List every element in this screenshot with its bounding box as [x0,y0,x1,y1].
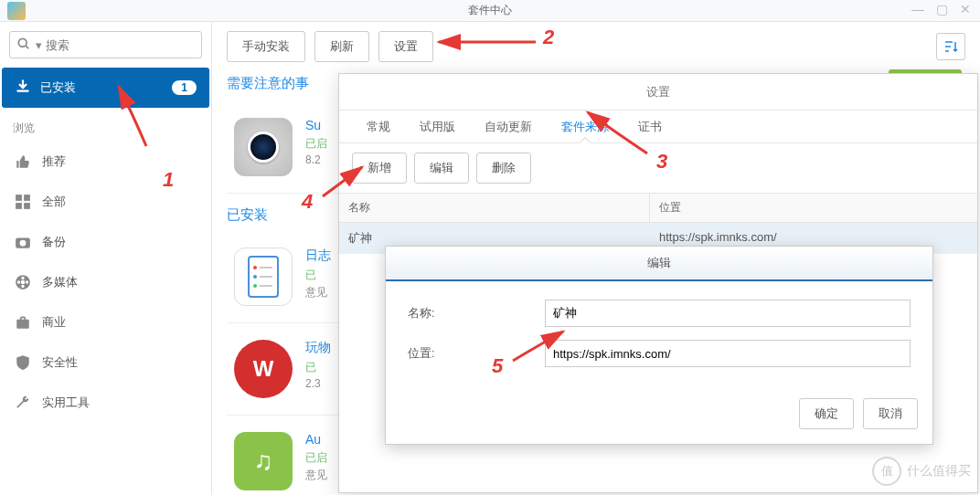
sort-button[interactable] [936,33,965,60]
sidebar-item-label: 安全性 [42,354,78,371]
sidebar-item-business[interactable]: 商业 [0,302,211,342]
settings-window: 设置 常规 试用版 自动更新 套件来源 证书 新增 编辑 删除 名称 位置 矿神… [338,73,978,493]
shield-icon [13,354,33,371]
wrench-icon [13,395,33,411]
sidebar-item-label: 商业 [42,314,66,331]
svg-rect-5 [24,203,30,209]
search-icon [17,37,30,53]
ok-button[interactable]: 确定 [799,398,854,429]
add-button[interactable]: 新增 [352,153,407,184]
sidebar-item-recommend[interactable]: 推荐 [0,142,211,182]
refresh-button[interactable]: 刷新 [314,31,369,62]
watermark-text: 什么值得买 [907,463,971,479]
installed-count-badge: 1 [172,80,197,95]
film-icon [13,274,33,290]
app-icon [7,2,26,20]
camera-icon [13,234,33,250]
sidebar-item-label: 实用工具 [42,395,90,411]
location-field-label: 位置: [408,345,545,362]
manual-install-button[interactable]: 手动安装 [227,31,305,62]
briefcase-icon [13,314,33,331]
browse-section-label: 浏览 [0,108,211,142]
svg-point-19 [253,275,257,279]
svg-point-12 [21,277,24,279]
settings-window-title: 设置 [339,74,977,111]
grid-icon [13,194,33,210]
location-field[interactable] [545,340,911,367]
table-header-name: 名称 [339,194,650,222]
search-input[interactable] [46,38,199,52]
maximize-button[interactable]: ▢ [931,0,953,18]
source-table-header: 名称 位置 [339,193,977,223]
name-field-label: 名称: [408,305,545,321]
sidebar-installed-label: 已安装 [40,79,76,96]
svg-rect-2 [16,195,22,201]
svg-point-21 [253,284,257,288]
svg-point-17 [253,266,257,269]
sidebar-item-multimedia[interactable]: 多媒体 [0,262,211,302]
settings-button[interactable]: 设置 [378,31,433,62]
sidebar-item-utility[interactable]: 实用工具 [0,383,211,423]
app-icon-log [234,248,293,306]
sidebar-item-all[interactable]: 全部 [0,182,211,222]
edit-dialog: 编辑 名称: 位置: 确定 取消 [385,246,933,445]
tab-autoupdate[interactable]: 自动更新 [470,111,547,142]
app-icon-audio: ♫ [234,432,293,490]
sidebar-item-label: 推荐 [42,153,66,170]
svg-point-9 [21,280,26,285]
edit-button[interactable]: 编辑 [414,153,469,184]
sidebar-installed[interactable]: 已安装 1 [2,68,209,108]
svg-line-1 [26,46,28,48]
tab-general[interactable]: 常规 [352,111,405,142]
svg-rect-4 [16,203,22,209]
sidebar-item-label: 多媒体 [42,274,78,290]
sidebar: ▾ 已安装 1 浏览 推荐 全部 备份 多媒体 [0,22,212,495]
app-icon-wanwu: W [234,340,293,398]
edit-dialog-title: 编辑 [386,247,932,281]
sidebar-item-backup[interactable]: 备份 [0,222,211,262]
svg-point-10 [17,280,20,283]
svg-point-11 [26,280,28,283]
window-title: 套件中心 [468,3,512,18]
tab-trial[interactable]: 试用版 [405,111,470,142]
tab-certificates[interactable]: 证书 [623,111,676,142]
watermark-icon: 值 [872,457,901,486]
svg-point-7 [20,240,27,247]
svg-rect-15 [21,317,26,320]
delete-button[interactable]: 删除 [476,153,531,184]
name-field[interactable] [545,300,911,327]
window-titlebar: 套件中心 — ▢ ✕ [0,0,980,22]
tab-package-sources[interactable]: 套件来源 [547,111,623,142]
svg-rect-3 [24,195,30,201]
search-box[interactable]: ▾ [9,31,202,58]
svg-point-0 [18,38,27,47]
close-button[interactable]: ✕ [954,0,976,18]
svg-point-13 [21,285,24,288]
app-icon-surveillance [234,118,293,176]
minimize-button[interactable]: — [907,0,929,18]
table-header-location: 位置 [650,194,977,222]
sidebar-item-label: 备份 [42,234,66,250]
sidebar-item-label: 全部 [42,194,66,210]
watermark: 值 什么值得买 [872,457,971,486]
cancel-button[interactable]: 取消 [863,398,918,429]
thumb-icon [13,153,33,170]
sidebar-item-security[interactable]: 安全性 [0,342,211,383]
download-icon [15,79,31,98]
